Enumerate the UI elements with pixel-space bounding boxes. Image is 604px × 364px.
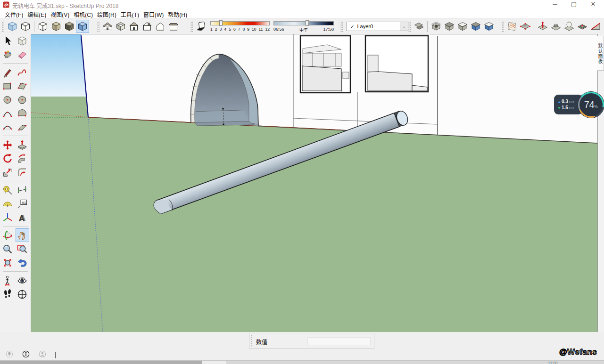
chevron-down-icon[interactable]: ⌄	[400, 22, 408, 31]
menu-T[interactable]: 工具(T)	[121, 9, 143, 18]
shadow-time-slider[interactable]: 06:56 中午 17:58	[273, 20, 335, 33]
display-section-planes-button[interactable]	[430, 20, 443, 33]
circle-tool-button[interactable]	[1, 93, 15, 106]
pan-tool-button[interactable]	[16, 228, 29, 242]
view-right-button[interactable]	[141, 20, 154, 33]
menu-V[interactable]: 视图(V)	[50, 9, 74, 18]
zoom-extents-tool-button[interactable]	[1, 256, 15, 269]
sandbox-toolbar	[502, 19, 602, 33]
tape-measure-tool-button[interactable]	[1, 183, 15, 197]
text-icon	[17, 198, 28, 210]
rotate-tool-button[interactable]	[1, 152, 15, 165]
display-section-fill-button[interactable]	[456, 20, 469, 33]
follow-me-tool-button[interactable]	[16, 152, 29, 165]
select-tool-button[interactable]	[1, 34, 15, 48]
protractor-tool-button[interactable]	[1, 197, 15, 210]
credits-button[interactable]	[22, 350, 30, 360]
from-contours-icon	[506, 21, 518, 32]
view-left-button[interactable]	[167, 20, 180, 33]
view-front-button[interactable]	[127, 20, 141, 33]
menu-H[interactable]: 帮助(H)	[168, 9, 191, 18]
shadow-month-slider[interactable]: 123456789101112	[209, 20, 271, 33]
previous-tool-button[interactable]	[16, 256, 29, 269]
view-left-icon	[168, 21, 179, 32]
from-scratch-button[interactable]	[519, 20, 532, 33]
two-point-arc-tool-button[interactable]	[1, 120, 15, 134]
toolbar-separator	[534, 21, 534, 32]
pie-tool-button[interactable]	[16, 106, 29, 120]
style-textured-button[interactable]	[63, 20, 76, 33]
style-shaded-button[interactable]	[50, 20, 63, 33]
flip-edge-button[interactable]	[589, 20, 602, 33]
look-around-tool-button[interactable]	[16, 274, 29, 287]
geolocation-button[interactable]	[6, 350, 13, 360]
close-button[interactable]: ✕	[586, 0, 600, 9]
line-tool-button[interactable]	[1, 65, 15, 79]
default-tray-tab[interactable]: 默认面板	[597, 36, 604, 71]
offset-tool-button[interactable]	[16, 165, 29, 179]
style-back-edges-button[interactable]	[19, 20, 32, 33]
measurement-panel: 数值	[249, 333, 374, 349]
dimensions-tool-button[interactable]	[16, 183, 29, 197]
walk-tool-button[interactable]	[1, 287, 15, 301]
orbit-tool-button[interactable]	[1, 228, 15, 242]
style-hidden-line-button[interactable]	[36, 20, 50, 33]
upload-speed: 0.3	[562, 99, 568, 104]
memory-usage-badge[interactable]: 74%	[578, 92, 604, 118]
make-component-tool-button[interactable]	[16, 34, 29, 48]
section-plane-button[interactable]	[412, 20, 425, 33]
axes-tool-button[interactable]	[1, 210, 15, 224]
menu-W[interactable]: 窗口(W)	[143, 9, 168, 18]
model-viewport[interactable]	[31, 34, 597, 332]
menu-R[interactable]: 绘图(R)	[97, 9, 121, 18]
rotated-rectangle-tool-button[interactable]	[16, 79, 29, 93]
arc-tool-button[interactable]	[1, 106, 15, 120]
eraser-tool-button[interactable]	[16, 48, 29, 61]
layer-dropdown[interactable]: ✓ Layer0 ⌄	[346, 22, 408, 31]
section-blue-2-button[interactable]	[482, 20, 496, 33]
shadow-toggle-button[interactable]	[194, 20, 207, 33]
add-detail-button[interactable]	[576, 20, 589, 33]
display-section-cuts-button[interactable]	[443, 20, 456, 33]
smoove-button[interactable]	[536, 20, 549, 33]
right-panel-strip	[597, 34, 604, 332]
measurement-input[interactable]	[307, 337, 371, 345]
three-point-arc-tool-button[interactable]	[16, 120, 29, 134]
3d-text-tool-button[interactable]	[16, 210, 29, 224]
menu-C[interactable]: 相机(C)	[74, 9, 97, 18]
sign-in-button[interactable]	[39, 350, 46, 360]
style-xray-button[interactable]	[6, 20, 19, 33]
position-camera-tool-button[interactable]	[1, 274, 15, 287]
windows-taskbar[interactable]	[0, 360, 604, 364]
zoom-window-tool-button[interactable]	[16, 242, 29, 256]
rectangle-tool-button[interactable]	[1, 79, 15, 93]
time-slider-handle[interactable]	[306, 20, 309, 26]
style-monochrome-button[interactable]	[76, 20, 89, 33]
view-iso-button[interactable]	[101, 20, 114, 33]
zoom-tool-button[interactable]	[1, 242, 15, 256]
polygon-tool-button[interactable]	[16, 93, 29, 106]
menu-F[interactable]: 文件(F)	[5, 9, 27, 18]
move-tool-button[interactable]	[1, 138, 15, 152]
push-pull-tool-button[interactable]	[16, 138, 29, 152]
text-tool-button[interactable]	[16, 197, 29, 210]
minimize-button[interactable]: ─	[548, 0, 562, 9]
time-slider-bar[interactable]	[273, 21, 334, 25]
month-labels: 123456789101112	[210, 27, 270, 32]
menu-E[interactable]: 编辑(E)	[27, 9, 50, 18]
scale-tool-button[interactable]	[1, 165, 15, 179]
paint-bucket-tool-button[interactable]	[1, 48, 15, 61]
freehand-tool-button[interactable]	[16, 65, 29, 79]
drape-button[interactable]	[563, 20, 576, 33]
month-slider-handle[interactable]	[219, 20, 223, 26]
view-top-button[interactable]	[114, 20, 127, 33]
view-back-button[interactable]	[154, 20, 167, 33]
from-contours-button[interactable]	[505, 20, 519, 33]
toolbar-separator	[427, 21, 428, 32]
section-blue-1-button[interactable]	[469, 20, 482, 33]
maximize-button[interactable]: ▢	[567, 0, 581, 9]
zoom-icon	[2, 243, 13, 255]
navigation-tool-button[interactable]	[16, 287, 29, 301]
stamp-button[interactable]	[549, 20, 563, 33]
axes-icon	[2, 212, 13, 223]
